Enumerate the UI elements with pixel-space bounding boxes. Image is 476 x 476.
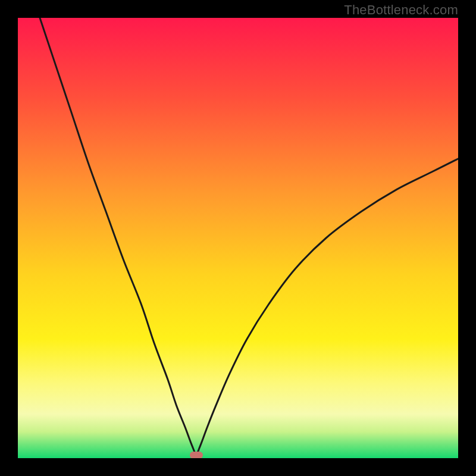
plot-area [18, 18, 458, 458]
bottleneck-curve [18, 18, 458, 458]
watermark-text: TheBottleneck.com [344, 2, 458, 18]
minimum-marker [190, 452, 203, 458]
chart-frame: TheBottleneck.com [0, 0, 476, 476]
